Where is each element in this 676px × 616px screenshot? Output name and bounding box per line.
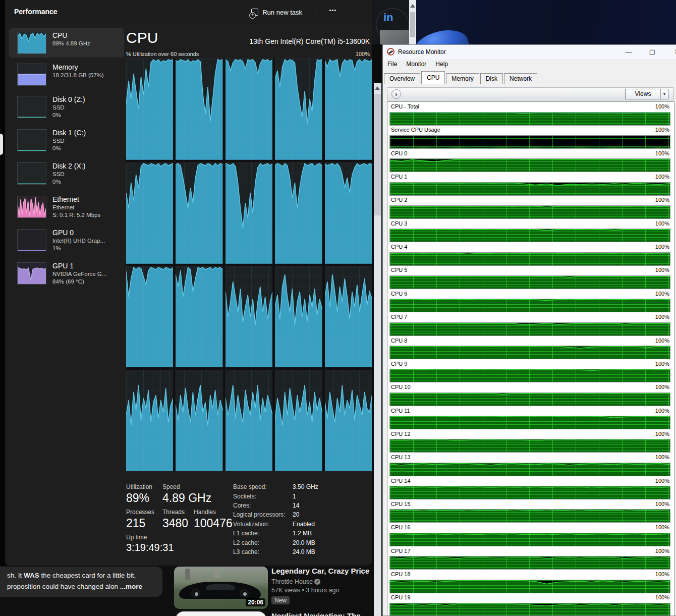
page-scrollbar-thumb[interactable] [374, 94, 381, 215]
tab-memory[interactable]: Memory [446, 73, 479, 84]
menu-file[interactable]: File [383, 59, 402, 68]
sidebar-item-cpu[interactable]: CPU89% 4.89 GHz [9, 28, 124, 58]
logical-processor-graph-18 [275, 370, 322, 471]
detail-row: L3 cache:24.0 MB [233, 547, 318, 556]
usage-graph [389, 533, 670, 546]
close-button[interactable]: ✕ [668, 45, 676, 59]
sidebar-item-disk-0-z-[interactable]: Disk 0 (Z:)SSD0% [9, 92, 124, 122]
sidebar-item-gpu-0[interactable]: GPU 0Intel(R) UHD Grap...1% [9, 226, 124, 255]
cpu-mini-graph [17, 32, 46, 54]
desktop-wallpaper [416, 0, 676, 44]
next-video-title[interactable]: Nerdiest Navigation: The [271, 611, 361, 616]
detail-value: 20 [293, 511, 299, 518]
graph-caption: % Utilization over 60 seconds [126, 51, 199, 57]
wallpaper-bloom-shape [416, 25, 472, 44]
minimize-button[interactable]: — [620, 45, 637, 59]
maximize-button[interactable]: ▢ [644, 45, 661, 59]
video-description-box: sh. It WAS the cheapest card for a littl… [0, 567, 162, 597]
thumbnail-person [185, 569, 190, 580]
menu-monitor[interactable]: Monitor [402, 59, 431, 68]
usage-graph [389, 393, 670, 406]
tab-disk[interactable]: Disk [480, 73, 503, 84]
utilization-label: Utilization [126, 483, 152, 490]
tab-bar: OverviewCPUMemoryDiskNetwork [384, 71, 538, 83]
expand-section-button[interactable]: › [391, 89, 401, 99]
graph-label-cpu-1: CPU 1100% [391, 174, 669, 181]
graph-max: 100% [655, 150, 669, 156]
sidebar-item-subtext: Ethernet [52, 204, 100, 211]
next-thumbnail-text: BLACKTHORN [176, 611, 266, 616]
tab-cpu[interactable]: CPU [421, 71, 445, 84]
graph-label-cpu-5: CPU 5100% [391, 267, 669, 274]
sidebar-item-subtext: 0% [52, 145, 86, 152]
logical-processor-graph-8 [275, 162, 322, 264]
graph-max: 100% [655, 548, 669, 554]
logical-processor-graph-10 [126, 266, 173, 368]
sidebar-item-gpu-1[interactable]: GPU 1NVIDIA GeForce G...84% (69 °C) [9, 259, 124, 288]
usage-graph [389, 252, 670, 266]
graph-label-cpu-17: CPU 17100% [391, 548, 669, 555]
video-thumbnail[interactable]: 20:06 [174, 567, 268, 609]
next-video-thumbnail[interactable]: BLACKTHORN [174, 609, 268, 616]
channel-row[interactable]: Throttle House ✔ [271, 578, 372, 585]
processes-value: 215 [126, 517, 145, 530]
run-new-task-button[interactable]: Run new task [247, 6, 306, 19]
graph-name: CPU 18 [391, 571, 411, 577]
usage-graph [389, 486, 670, 499]
scroll-up-icon[interactable] [410, 4, 415, 8]
tab-network[interactable]: Network [504, 73, 537, 84]
sidebar-item-subtext: S: 0.1 R: 5.2 Mbps [52, 211, 100, 219]
graph-name: CPU 9 [391, 361, 407, 367]
browser-scrollbar-thumb[interactable] [410, 12, 415, 37]
video-tile-fragment [380, 30, 409, 44]
sidebar-item-memory[interactable]: Memory18.2/31.8 GB (57%) [9, 60, 124, 89]
graph-name: CPU 7 [391, 314, 407, 320]
graph-max: 100% [655, 571, 669, 577]
sidebar-item-subtext: SSD [52, 137, 86, 145]
usage-graph [389, 322, 670, 336]
views-dropdown[interactable]: Views ▼ [625, 89, 668, 99]
sidebar-item-subtext: 89% 4.89 GHz [52, 40, 90, 47]
graph-label-cpu-8: CPU 8100% [391, 338, 669, 345]
detail-value: 1 [293, 493, 296, 500]
video-views: 57K views • 3 hours ago [271, 587, 372, 594]
graph-label-cpu-16: CPU 16100% [391, 524, 669, 532]
sidebar-item-subtext: 18.2/31.8 GB (57%) [52, 72, 104, 79]
run-new-task-icon [251, 9, 258, 16]
youtube-page-strip: sh. It WAS the cheapest card for a littl… [0, 566, 372, 616]
scroll-up-icon[interactable] [375, 86, 380, 90]
graph-max: 100% [655, 244, 669, 250]
usage-graph [389, 275, 670, 289]
sidebar-item-disk-2-x-[interactable]: Disk 2 (X:)SSD0% [9, 159, 124, 188]
resource-monitor-icon [387, 48, 395, 55]
disk-mini-graph [17, 129, 46, 151]
sidebar-item-label: Memory [52, 63, 104, 72]
gpu1-mini-graph [17, 262, 46, 285]
menu-help[interactable]: Help [431, 59, 453, 68]
threads-label: Threads [162, 509, 185, 516]
graph-label-cpu-6: CPU 6100% [391, 291, 669, 298]
graph-label-cpu-13: CPU 13100% [391, 454, 669, 462]
graph-name: CPU 16 [391, 524, 411, 530]
more-link[interactable]: ...more [120, 583, 142, 590]
graph-name: CPU 19 [391, 594, 411, 600]
graph-max: 100% [655, 594, 669, 600]
speed-value: 4.89 GHz [162, 491, 211, 505]
graph-max: 100% [655, 103, 669, 109]
graph-label-cpu-18: CPU 18100% [391, 571, 669, 579]
sidebar-item-disk-1-c-[interactable]: Disk 1 (C:)SSD0% [9, 126, 124, 155]
more-options-button[interactable]: ••• [329, 7, 336, 13]
usage-graph [389, 299, 670, 312]
sidebar-item-label: GPU 0 [52, 228, 105, 237]
tab-overview[interactable]: Overview [384, 73, 420, 84]
dropdown-arrow-icon[interactable]: ▼ [660, 89, 668, 99]
sidebar-item-ethernet[interactable]: EthernetEthernetS: 0.1 R: 5.2 Mbps [9, 192, 124, 221]
video-title[interactable]: Legendary Car, Crazy Price [271, 566, 372, 576]
graph-name: CPU 0 [391, 150, 407, 156]
thumbnail-car [179, 582, 261, 599]
sidebar-item-text: GPU 0Intel(R) UHD Grap...1% [52, 228, 105, 252]
usage-graph [389, 463, 670, 476]
graph-max: 100% [655, 267, 669, 273]
thumbnail-person [214, 569, 219, 578]
page-scrollbar-track[interactable] [374, 83, 381, 616]
